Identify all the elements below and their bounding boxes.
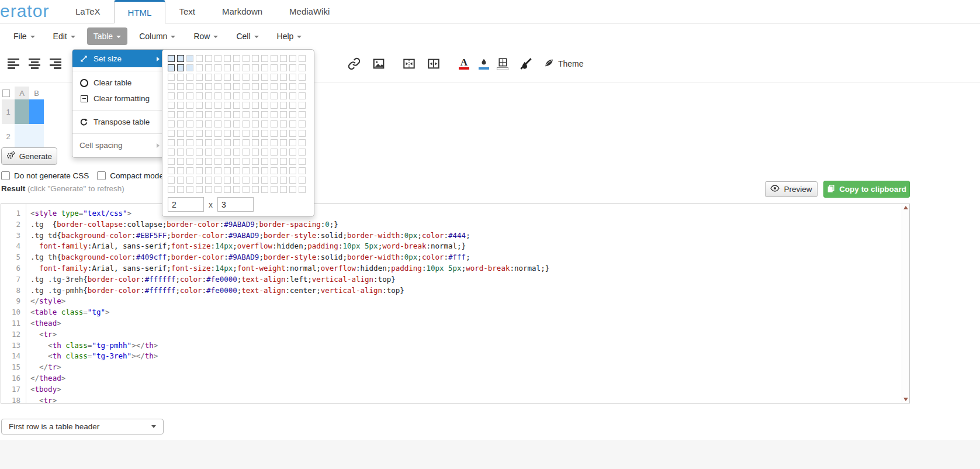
grid-size-cell[interactable] — [205, 158, 212, 165]
grid-size-cell[interactable] — [280, 83, 287, 90]
grid-size-cell[interactable] — [233, 130, 240, 137]
grid-size-cell[interactable] — [261, 177, 268, 184]
grid-size-cell[interactable] — [252, 92, 259, 99]
menu-item-clear-formatting[interactable]: Clear formatting — [72, 91, 167, 106]
grid-size-cell[interactable] — [214, 149, 221, 156]
grid-size-cell[interactable] — [186, 149, 193, 156]
grid-size-cell[interactable] — [252, 149, 259, 156]
grid-size-cell[interactable] — [177, 83, 184, 90]
grid-size-cell[interactable] — [280, 55, 287, 62]
grid-size-cell[interactable] — [243, 177, 250, 184]
grid-size-cell[interactable] — [233, 83, 240, 90]
grid-size-cell[interactable] — [196, 55, 203, 62]
grid-size-cell[interactable] — [196, 120, 203, 127]
menu-help[interactable]: Help — [271, 27, 309, 45]
grid-size-cell[interactable] — [205, 55, 212, 62]
grid-size-cell[interactable] — [261, 149, 268, 156]
grid-size-cell[interactable] — [271, 149, 278, 156]
grid-size-cell[interactable] — [205, 120, 212, 127]
checkbox-compact-mode-label[interactable]: Compact mode — [110, 171, 164, 180]
grid-size-cell[interactable] — [214, 64, 221, 71]
grid-size-cell[interactable] — [252, 158, 259, 165]
grid-size-cell[interactable] — [233, 158, 240, 165]
grid-size-cell[interactable] — [205, 74, 212, 81]
grid-size-cell[interactable] — [186, 130, 193, 137]
grid-size-cell[interactable] — [289, 64, 296, 71]
grid-size-cell[interactable] — [233, 111, 240, 118]
menu-item-set-size[interactable]: Set size — [72, 50, 167, 67]
grid-size-cell[interactable] — [261, 55, 268, 62]
grid-size-cell[interactable] — [280, 139, 287, 146]
cell-a2[interactable] — [15, 124, 29, 149]
grid-size-cell[interactable] — [280, 186, 287, 193]
menu-cell[interactable]: Cell — [230, 27, 265, 45]
grid-size-cell[interactable] — [186, 83, 193, 90]
cell-a1-selected[interactable] — [15, 99, 29, 124]
grid-size-cell[interactable] — [271, 167, 278, 174]
link-icon[interactable] — [347, 55, 362, 73]
grid-size-cell[interactable] — [299, 177, 306, 184]
menu-item-transpose-table[interactable]: Transpose table — [72, 114, 167, 130]
scroll-down-arrow-icon[interactable] — [903, 398, 908, 401]
merge-cells-icon[interactable] — [401, 55, 417, 73]
grid-size-cell[interactable] — [280, 74, 287, 81]
grid-size-cell[interactable] — [280, 130, 287, 137]
grid-size-cell[interactable] — [168, 186, 175, 193]
grid-size-cell[interactable] — [168, 83, 175, 90]
grid-size-cell[interactable] — [177, 158, 184, 165]
grid-size-cell[interactable] — [224, 92, 231, 99]
grid-size-cell[interactable] — [289, 120, 296, 127]
grid-size-cell[interactable] — [214, 130, 221, 137]
grid-size-cell[interactable] — [271, 139, 278, 146]
grid-size-cell[interactable] — [168, 74, 175, 81]
grid-size-cell[interactable] — [299, 92, 306, 99]
grid-size-cell[interactable] — [186, 177, 193, 184]
grid-size-cell[interactable] — [205, 177, 212, 184]
grid-size-cell[interactable] — [214, 92, 221, 99]
grid-size-cell[interactable] — [205, 130, 212, 137]
grid-size-cell[interactable] — [205, 111, 212, 118]
grid-size-cell[interactable] — [214, 177, 221, 184]
columns-input[interactable] — [168, 197, 204, 212]
tab-markdown[interactable]: Markdown — [209, 0, 276, 23]
grid-size-cell[interactable] — [224, 64, 231, 71]
align-left-icon[interactable] — [6, 55, 21, 73]
grid-size-cell[interactable] — [261, 130, 268, 137]
grid-size-cell[interactable] — [252, 55, 259, 62]
grid-size-cell[interactable] — [299, 102, 306, 109]
select-all-corner[interactable] — [2, 87, 15, 99]
checkbox-do-not-generate-css[interactable] — [1, 171, 10, 180]
grid-size-cell[interactable] — [271, 64, 278, 71]
tab-latex[interactable]: LaTeX — [62, 0, 114, 23]
grid-size-cell[interactable] — [177, 130, 184, 137]
grid-size-cell[interactable] — [177, 111, 184, 118]
grid-size-cell[interactable] — [214, 74, 221, 81]
grid-size-cell[interactable] — [299, 74, 306, 81]
grid-size-cell[interactable] — [280, 167, 287, 174]
grid-size-cell[interactable] — [233, 55, 240, 62]
grid-size-cell[interactable] — [299, 83, 306, 90]
grid-size-cell[interactable] — [196, 167, 203, 174]
grid-size-cell[interactable] — [214, 102, 221, 109]
grid-size-cell[interactable] — [177, 64, 184, 71]
grid-size-cell[interactable] — [233, 102, 240, 109]
grid-size-cell[interactable] — [224, 149, 231, 156]
grid-size-cell[interactable] — [205, 167, 212, 174]
grid-size-cell[interactable] — [205, 64, 212, 71]
grid-size-cell[interactable] — [280, 149, 287, 156]
grid-size-cell[interactable] — [299, 55, 306, 62]
checkbox-do-not-generate-css-label[interactable]: Do not generate CSS — [14, 171, 89, 180]
grid-size-cell[interactable] — [177, 120, 184, 127]
tab-mediawiki[interactable]: MediaWiki — [276, 0, 343, 23]
grid-size-cell[interactable] — [196, 158, 203, 165]
grid-size-cell[interactable] — [252, 186, 259, 193]
cell-b1[interactable] — [29, 99, 44, 124]
cell-b2[interactable] — [29, 124, 44, 149]
grid-size-cell[interactable] — [233, 177, 240, 184]
grid-size-cell[interactable] — [280, 158, 287, 165]
grid-size-cell[interactable] — [271, 111, 278, 118]
grid-size-cell[interactable] — [233, 139, 240, 146]
grid-size-cell[interactable] — [168, 130, 175, 137]
grid-size-cell[interactable] — [280, 64, 287, 71]
grid-size-cell[interactable] — [252, 102, 259, 109]
